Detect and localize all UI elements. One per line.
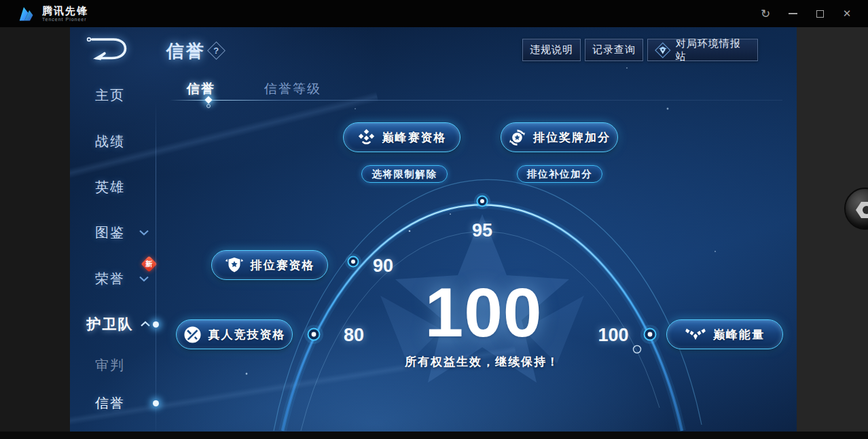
gauge-node-80 <box>304 325 323 344</box>
minimize-button[interactable] <box>784 5 801 22</box>
credit-status-text: 所有权益生效，继续保持！ <box>374 354 591 370</box>
match-env-intel-button[interactable]: 对局环境情报站 <box>647 39 758 61</box>
chevron-down-icon <box>139 230 149 236</box>
page-title: 信誉 <box>166 39 206 63</box>
tick-95: 95 <box>467 220 498 241</box>
gauge-node-95 <box>474 193 490 209</box>
app-name: 腾讯先锋 <box>42 5 88 16</box>
tab-credit[interactable]: 信誉 <box>187 80 215 98</box>
game-logo-swoosh-icon <box>85 34 137 67</box>
maximize-button[interactable] <box>811 5 829 22</box>
tab-underline <box>170 100 782 101</box>
rail-glow-dot <box>153 400 159 406</box>
window-titlebar: 腾讯先锋 Tencent Pioneer ↻ ✕ <box>0 0 868 27</box>
sidebar-item-gallery[interactable]: 图鉴 <box>70 224 150 242</box>
right-frame-strip <box>797 27 868 432</box>
credit-gauge-arc <box>70 27 797 432</box>
sidebar-item-judgment[interactable]: 审判 <box>70 356 150 374</box>
peak-tournament-qualification-button[interactable]: 巅峰赛资格 <box>343 122 460 152</box>
rank-fill-bonus-pill[interactable]: 排位补位加分 <box>517 165 602 183</box>
left-frame-strip <box>0 27 70 432</box>
chevron-up-icon <box>141 321 150 327</box>
sidebar-rail <box>156 101 156 432</box>
help-icon[interactable]: ? <box>207 41 225 60</box>
rank-shield-icon <box>225 256 244 275</box>
gauge-node-100 <box>640 325 659 344</box>
tick-90: 90 <box>367 256 399 277</box>
sidebar-item-home[interactable]: 主页 <box>70 86 150 105</box>
pick-limit-lifted-pill[interactable]: 选将限制解除 <box>361 165 448 183</box>
chevron-down-icon <box>139 276 149 282</box>
tick-80: 80 <box>338 325 369 346</box>
refresh-button[interactable]: ↻ <box>757 5 774 22</box>
app-subtitle: Tencent Pioneer <box>42 17 88 22</box>
hexagon-nut-icon <box>856 202 868 218</box>
sidebar-item-credit[interactable]: 信誉 <box>70 394 150 412</box>
close-button[interactable]: ✕ <box>838 5 856 22</box>
peak-diamonds-icon <box>357 128 376 147</box>
sparkle-dots <box>246 67 717 374</box>
rail-glow-dot <box>153 321 159 328</box>
app-brand: 腾讯先锋 Tencent Pioneer <box>18 5 88 23</box>
rank-medal-bonus-button[interactable]: 排位奖牌加分 <box>501 122 618 152</box>
game-view: 主页 战绩 英雄 图鉴 荣誉 新 护卫队 审判 信誉 信誉 ? 违规说明 记录查… <box>70 27 797 432</box>
peak-energy-button[interactable]: 巅峰能量 <box>666 319 783 349</box>
tick-100: 100 <box>591 325 636 346</box>
gauge-small-ring <box>634 346 641 353</box>
intel-badge-icon <box>655 42 671 58</box>
tab-credit-level[interactable]: 信誉等级 <box>264 80 321 98</box>
gauge-node-90 <box>345 253 361 270</box>
bottom-frame-strip <box>0 432 868 439</box>
sidebar-item-honor[interactable]: 荣誉 <box>70 270 150 288</box>
tab-active-ring <box>206 104 211 108</box>
sidebar-item-heroes[interactable]: 英雄 <box>70 178 150 196</box>
sidebar-item-guard-team[interactable]: 护卫队 <box>70 315 150 334</box>
violation-info-button[interactable]: 违规说明 <box>522 39 581 61</box>
rank-qualification-button[interactable]: 排位赛资格 <box>211 250 328 280</box>
rank-medal-icon <box>508 128 526 147</box>
credit-score-value: 100 <box>392 277 575 348</box>
real-person-qualification-button[interactable]: 真人竞技资格 <box>176 319 293 349</box>
record-query-button[interactable]: 记录查询 <box>585 39 643 61</box>
sidebar-item-records[interactable]: 战绩 <box>70 133 150 151</box>
tencent-pioneer-logo-icon <box>18 5 36 23</box>
real-person-duel-icon <box>183 326 202 344</box>
peak-energy-wings-icon <box>685 327 706 343</box>
